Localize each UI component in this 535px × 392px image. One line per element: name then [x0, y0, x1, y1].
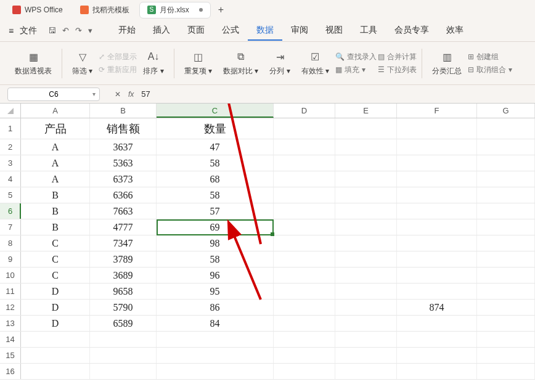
- cell-A10[interactable]: C: [21, 267, 90, 283]
- cell-A14[interactable]: [21, 332, 90, 347]
- cell-G7[interactable]: [477, 219, 535, 235]
- cell-G14[interactable]: [477, 332, 535, 347]
- cell-D3[interactable]: [274, 155, 335, 171]
- cell-E5[interactable]: [335, 187, 397, 203]
- cell-C7[interactable]: 69: [157, 219, 274, 235]
- row-header[interactable]: 4: [0, 171, 21, 187]
- cell-B10[interactable]: 3689: [90, 267, 157, 283]
- column-header-C[interactable]: C: [157, 104, 274, 118]
- cell-F13[interactable]: [397, 316, 477, 331]
- cell-E4[interactable]: [335, 171, 397, 187]
- cell-B8[interactable]: 7347: [90, 235, 157, 251]
- row-header[interactable]: 8: [0, 235, 21, 251]
- cell-E11[interactable]: [335, 284, 397, 299]
- cell-D13[interactable]: [274, 316, 335, 331]
- undo-icon[interactable]: ↶: [62, 26, 69, 35]
- ribbon-sort[interactable]: A↓ 排序 ▾: [138, 50, 168, 76]
- cell-G4[interactable]: [477, 171, 535, 187]
- ribbon-show-all[interactable]: ⤢全部显示: [99, 52, 137, 62]
- cell-E8[interactable]: [335, 235, 397, 251]
- cell-A8[interactable]: C: [21, 235, 90, 251]
- cell-D2[interactable]: [274, 139, 335, 155]
- ribbon-consolidate[interactable]: ▤合并计算: [378, 52, 417, 62]
- cell-G8[interactable]: [477, 235, 535, 251]
- row-header[interactable]: 2: [0, 139, 21, 155]
- cell-A9[interactable]: C: [21, 251, 90, 267]
- cell-C8[interactable]: 98: [157, 235, 274, 251]
- row-header[interactable]: 15: [0, 348, 21, 363]
- cell-E1[interactable]: [335, 118, 397, 139]
- cell-C13[interactable]: 84: [157, 316, 274, 331]
- ribbon-validation[interactable]: ☑ 有效性 ▾: [296, 50, 334, 76]
- cell-C12[interactable]: 86: [157, 300, 274, 315]
- cell-D11[interactable]: [274, 284, 335, 299]
- cell-D10[interactable]: [274, 267, 335, 283]
- cell-F16[interactable]: [397, 364, 477, 379]
- cell-B13[interactable]: 6589: [90, 316, 157, 331]
- row-header[interactable]: 3: [0, 155, 21, 171]
- menu-工具[interactable]: 工具: [351, 21, 386, 41]
- cell-B4[interactable]: 6373: [90, 171, 157, 187]
- cell-D4[interactable]: [274, 171, 335, 187]
- new-tab-button[interactable]: +: [213, 4, 229, 15]
- cell-A15[interactable]: [21, 348, 90, 363]
- cell-B1[interactable]: 销售额: [90, 118, 157, 139]
- cell-E3[interactable]: [335, 155, 397, 171]
- cell-B16[interactable]: [90, 364, 157, 379]
- menu-file[interactable]: 文件: [20, 25, 37, 36]
- cell-C16[interactable]: [157, 364, 274, 379]
- column-header-F[interactable]: F: [397, 104, 477, 118]
- cell-A11[interactable]: D: [21, 284, 90, 299]
- cell-F7[interactable]: [397, 219, 477, 235]
- cell-G16[interactable]: [477, 364, 535, 379]
- cell-A5[interactable]: B: [21, 187, 90, 203]
- hamburger-icon[interactable]: ≡: [9, 26, 14, 36]
- name-box[interactable]: C6 ▾: [7, 88, 100, 101]
- ribbon-dropdown-list[interactable]: ☰下拉列表: [378, 65, 417, 75]
- cell-G6[interactable]: [477, 203, 535, 219]
- menu-开始[interactable]: 开始: [110, 21, 144, 41]
- cell-C11[interactable]: 95: [157, 284, 274, 299]
- cell-B5[interactable]: 6366: [90, 187, 157, 203]
- row-header[interactable]: 5: [0, 187, 21, 203]
- save-icon[interactable]: 🖫: [48, 26, 56, 35]
- cell-E12[interactable]: [335, 300, 397, 315]
- cell-D15[interactable]: [274, 348, 335, 363]
- ribbon-reapply[interactable]: ⟳重新应用: [99, 65, 137, 75]
- cell-A4[interactable]: A: [21, 171, 90, 187]
- cancel-icon[interactable]: ✕: [115, 90, 121, 99]
- cell-D7[interactable]: [274, 219, 335, 235]
- cell-F3[interactable]: [397, 155, 477, 171]
- cell-C14[interactable]: [157, 332, 274, 347]
- cell-C3[interactable]: 58: [157, 155, 274, 171]
- cell-E13[interactable]: [335, 316, 397, 331]
- menu-效率[interactable]: 效率: [438, 21, 472, 41]
- cell-E2[interactable]: [335, 139, 397, 155]
- cell-A3[interactable]: A: [21, 155, 90, 171]
- cell-C1[interactable]: 数量: [157, 118, 274, 139]
- row-header[interactable]: 10: [0, 267, 21, 283]
- ribbon-subtotal[interactable]: ▥ 分类汇总: [427, 50, 467, 76]
- column-header-E[interactable]: E: [335, 104, 397, 118]
- row-header[interactable]: 7: [0, 219, 21, 235]
- cell-C15[interactable]: [157, 348, 274, 363]
- fx-icon[interactable]: fx: [128, 90, 134, 99]
- menu-数据[interactable]: 数据: [248, 21, 282, 41]
- cell-B2[interactable]: 3637: [90, 139, 157, 155]
- ribbon-data-compare[interactable]: ⧉ 数据对比 ▾: [218, 50, 263, 76]
- cell-B11[interactable]: 9658: [90, 284, 157, 299]
- cell-E15[interactable]: [335, 348, 397, 363]
- cell-G1[interactable]: [477, 118, 535, 139]
- cell-G10[interactable]: [477, 267, 535, 283]
- cell-B9[interactable]: 3789: [90, 251, 157, 267]
- cell-A16[interactable]: [21, 364, 90, 379]
- row-header[interactable]: 11: [0, 284, 21, 299]
- cell-D6[interactable]: [274, 203, 335, 219]
- cell-A7[interactable]: B: [21, 219, 90, 235]
- cell-A13[interactable]: D: [21, 316, 90, 331]
- cell-F11[interactable]: [397, 284, 477, 299]
- cell-D1[interactable]: [274, 118, 335, 139]
- column-header-D[interactable]: D: [274, 104, 335, 118]
- cell-E6[interactable]: [335, 203, 397, 219]
- cell-C9[interactable]: 58: [157, 251, 274, 267]
